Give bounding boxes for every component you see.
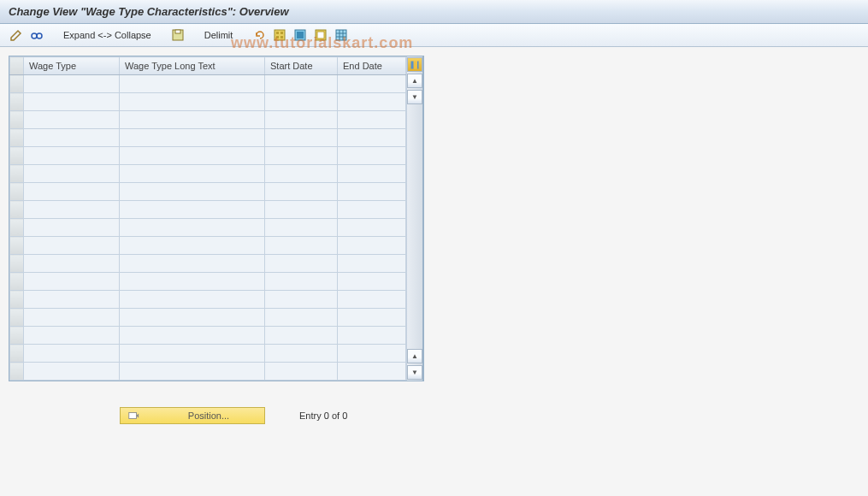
cell[interactable]: [338, 345, 406, 363]
col-long-text[interactable]: Wage Type Long Text: [120, 57, 265, 75]
row-select-handle[interactable]: [10, 309, 24, 327]
col-wage-type[interactable]: Wage Type: [24, 57, 120, 75]
table-row[interactable]: [10, 327, 406, 345]
cell[interactable]: [24, 327, 120, 345]
scroll-down-button[interactable]: ▼: [407, 365, 422, 380]
row-select-handle[interactable]: [10, 363, 24, 381]
cell[interactable]: [24, 219, 120, 237]
col-start-date[interactable]: Start Date: [265, 57, 338, 75]
cell[interactable]: [120, 111, 265, 129]
pencil-icon[interactable]: [9, 27, 24, 43]
cell[interactable]: [265, 93, 338, 111]
cell[interactable]: [265, 129, 338, 147]
row-select-handle[interactable]: [10, 273, 24, 291]
row-select-handle[interactable]: [10, 255, 24, 273]
col-end-date[interactable]: End Date: [338, 57, 406, 75]
delimit-button[interactable]: Delimit: [201, 30, 237, 40]
row-select-handle[interactable]: [10, 129, 24, 147]
cell[interactable]: [120, 183, 265, 201]
cell[interactable]: [338, 147, 406, 165]
cell[interactable]: [24, 111, 120, 129]
glasses-icon[interactable]: [29, 27, 44, 43]
deselect-all-icon[interactable]: [313, 27, 328, 43]
table-row[interactable]: [10, 201, 406, 219]
cell[interactable]: [120, 75, 265, 93]
table-row[interactable]: [10, 165, 406, 183]
cell[interactable]: [265, 363, 338, 381]
table-row[interactable]: [10, 147, 406, 165]
row-select-handle[interactable]: [10, 237, 24, 255]
cell[interactable]: [24, 75, 120, 93]
row-select-handle[interactable]: [10, 75, 24, 93]
cell[interactable]: [120, 129, 265, 147]
cell[interactable]: [265, 291, 338, 309]
cell[interactable]: [24, 93, 120, 111]
cell[interactable]: [338, 219, 406, 237]
cell[interactable]: [24, 201, 120, 219]
cell[interactable]: [265, 273, 338, 291]
cell[interactable]: [265, 201, 338, 219]
cell[interactable]: [24, 363, 120, 381]
cell[interactable]: [120, 273, 265, 291]
row-select-handle[interactable]: [10, 93, 24, 111]
cell[interactable]: [24, 165, 120, 183]
cell[interactable]: [265, 183, 338, 201]
cell[interactable]: [120, 327, 265, 345]
select-block-icon[interactable]: [292, 27, 308, 43]
cell[interactable]: [24, 237, 120, 255]
table-row[interactable]: [10, 291, 406, 309]
cell[interactable]: [338, 111, 406, 129]
scroll-up-button[interactable]: ▲: [407, 74, 422, 88]
table-row[interactable]: [10, 183, 406, 201]
cell[interactable]: [338, 327, 406, 345]
table-row[interactable]: [10, 75, 406, 93]
cell[interactable]: [120, 219, 265, 237]
cell[interactable]: [338, 309, 406, 327]
position-button[interactable]: Position...: [120, 407, 265, 424]
cell[interactable]: [338, 363, 406, 381]
table-row[interactable]: [10, 309, 406, 327]
table-row[interactable]: [10, 219, 406, 237]
table-row[interactable]: [10, 255, 406, 273]
cell[interactable]: [120, 201, 265, 219]
cell[interactable]: [265, 345, 338, 363]
cell[interactable]: [120, 345, 265, 363]
table-row[interactable]: [10, 129, 406, 147]
cell[interactable]: [120, 309, 265, 327]
cell[interactable]: [120, 255, 265, 273]
cell[interactable]: [338, 273, 406, 291]
cell[interactable]: [338, 129, 406, 147]
cell[interactable]: [24, 291, 120, 309]
row-select-handle[interactable]: [10, 201, 24, 219]
scroll-up-bottom-button[interactable]: ▲: [407, 349, 422, 363]
cell[interactable]: [120, 147, 265, 165]
row-select-handle[interactable]: [10, 327, 24, 345]
cell[interactable]: [24, 129, 120, 147]
row-select-header[interactable]: [10, 57, 24, 75]
cell[interactable]: [265, 219, 338, 237]
cell[interactable]: [120, 237, 265, 255]
table-row[interactable]: [10, 111, 406, 129]
table-row[interactable]: [10, 273, 406, 291]
row-select-handle[interactable]: [10, 345, 24, 363]
select-all-icon[interactable]: [272, 27, 287, 43]
cell[interactable]: [265, 75, 338, 93]
cell[interactable]: [24, 345, 120, 363]
cell[interactable]: [265, 309, 338, 327]
table-row[interactable]: [10, 237, 406, 255]
row-select-handle[interactable]: [10, 165, 24, 183]
table-row[interactable]: [10, 345, 406, 363]
cell[interactable]: [265, 327, 338, 345]
cell[interactable]: [265, 237, 338, 255]
cell[interactable]: [24, 255, 120, 273]
expand-collapse-button[interactable]: Expand <-> Collapse: [60, 30, 155, 40]
row-select-handle[interactable]: [10, 147, 24, 165]
save-icon[interactable]: [170, 27, 186, 43]
table-settings-icon[interactable]: [334, 27, 349, 43]
cell[interactable]: [338, 291, 406, 309]
cell[interactable]: [338, 75, 406, 93]
undo-icon[interactable]: [251, 27, 267, 43]
row-select-handle[interactable]: [10, 219, 24, 237]
cell[interactable]: [338, 237, 406, 255]
cell[interactable]: [24, 309, 120, 327]
